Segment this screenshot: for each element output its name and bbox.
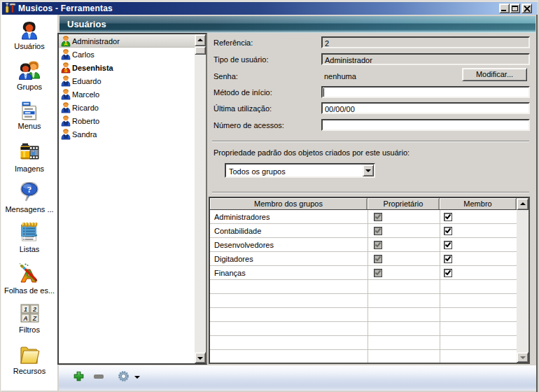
svg-text:?: ? bbox=[27, 184, 32, 195]
svg-text:A: A bbox=[64, 41, 68, 47]
svg-text:M: M bbox=[64, 134, 68, 140]
svg-text:M: M bbox=[64, 107, 68, 113]
svg-text:2: 2 bbox=[32, 306, 36, 313]
svg-text:M: M bbox=[64, 120, 68, 127]
svg-text:M: M bbox=[64, 94, 68, 100]
svg-text:M: M bbox=[64, 54, 68, 60]
svg-text:Z: Z bbox=[31, 315, 36, 322]
svg-text:1: 1 bbox=[24, 306, 27, 313]
svg-text:A: A bbox=[22, 315, 28, 322]
svg-text:S: S bbox=[64, 67, 67, 74]
svg-text:M: M bbox=[64, 80, 68, 87]
